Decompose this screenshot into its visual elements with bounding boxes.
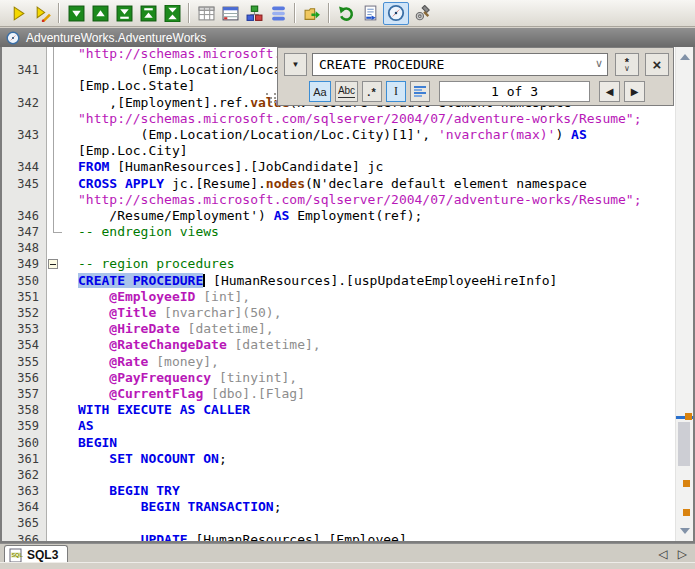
scrollbar-thumb[interactable] [678, 422, 690, 466]
search-match-marker[interactable] [683, 509, 690, 516]
tools-icon [414, 5, 431, 22]
wildcard-menu-button[interactable]: * ∨ [615, 53, 639, 76]
goto-last-statement-button[interactable] [113, 2, 135, 24]
code-text: [Emp.Loc.State] [78, 78, 195, 94]
goto-previous-statement-button[interactable] [89, 2, 111, 24]
fold-marker [47, 532, 78, 541]
line-number: 361 [2, 451, 47, 467]
svg-text:SQL: SQL [11, 552, 23, 558]
code-text: (Emp.Location/Location/Loc.City)[1]', 'n… [78, 127, 587, 143]
search-match-marker[interactable] [683, 480, 690, 487]
fold-marker [47, 321, 78, 337]
group-results-button[interactable] [243, 2, 265, 24]
scroll-tabs-right-button[interactable]: ▷ [678, 547, 687, 561]
resize-grip[interactable] [266, 93, 277, 104]
undo-button[interactable] [335, 2, 357, 24]
code-row: 350CREATE PROCEDURE [HumanResources].[us… [2, 273, 676, 289]
match-case-button[interactable]: Aa [309, 81, 331, 102]
combo-chevron-icon[interactable]: ∨ [595, 57, 603, 70]
code-row: 359AS [2, 418, 676, 434]
line-number [2, 192, 47, 208]
code-row: 363 BEGIN TRY [2, 483, 676, 499]
scroll-tabs-left-button[interactable]: ◁ [659, 547, 668, 561]
triangle-down-icon [680, 528, 690, 534]
vertical-scrollbar[interactable] [675, 47, 693, 541]
line-number: 352 [2, 305, 47, 321]
export-button[interactable] [301, 2, 323, 24]
scroll-down-button[interactable] [676, 524, 693, 538]
line-number: 357 [2, 386, 47, 402]
sql-file-icon: SQL [9, 548, 23, 563]
execute-edit-icon [34, 5, 51, 22]
fold-marker [47, 435, 78, 451]
results-form-button[interactable] [219, 2, 241, 24]
execute-for-editing-button[interactable] [31, 2, 53, 24]
compass-icon [387, 4, 405, 22]
last-statement-icon [116, 5, 133, 22]
scroll-up-button[interactable] [676, 50, 693, 64]
sql-options-button[interactable] [411, 2, 433, 24]
results-grid-button[interactable] [195, 2, 217, 24]
line-number: 355 [2, 354, 47, 370]
fold-marker [47, 289, 78, 305]
stacked-rows-icon [270, 5, 287, 22]
code-row: 361 SET NOCOUNT ON; [2, 451, 676, 467]
line-number: 350 [2, 273, 47, 289]
find-options-dropdown-button[interactable]: ▼ [284, 53, 307, 76]
code-row: 362 [2, 467, 676, 483]
find-previous-button[interactable]: ◀ [599, 81, 620, 102]
fold-toggle[interactable] [47, 256, 78, 272]
first-statement-icon [140, 5, 157, 22]
find-next-button[interactable]: ▶ [624, 81, 645, 102]
code-rows: "http://schemas.microsoft.com/sqlserver/… [2, 47, 676, 541]
toolbar-separator [294, 3, 296, 23]
close-find-button[interactable]: × [645, 53, 669, 76]
code-row: 360BEGIN [2, 435, 676, 451]
code-text: WITH EXECUTE AS CALLER [78, 402, 250, 418]
whole-word-button[interactable]: Abc [335, 81, 358, 102]
code-text: "http://schemas.microsoft.com/sqlserver/… [78, 192, 642, 208]
line-number: 360 [2, 435, 47, 451]
line-number: 362 [2, 467, 47, 483]
line-number: 353 [2, 321, 47, 337]
select-entire-statement-button[interactable] [161, 2, 183, 24]
highlight-all-button[interactable] [410, 81, 430, 102]
goto-next-statement-button[interactable] [65, 2, 87, 24]
fold-marker [47, 337, 78, 353]
goto-first-statement-button[interactable] [137, 2, 159, 24]
line-number: 346 [2, 208, 47, 224]
code-text: -- region procedures [78, 256, 235, 272]
regex-button[interactable]: .* [362, 81, 382, 102]
code-row: 354 @RateChangeDate [datetime], [2, 337, 676, 353]
show-messages-button[interactable] [359, 2, 381, 24]
code-row: "http://schemas.microsoft.com/sqlserver/… [2, 111, 676, 127]
code-row: 357 @CurrentFlag [dbo].[Flag] [2, 386, 676, 402]
code-text: @CurrentFlag [dbo].[Flag] [78, 386, 305, 402]
export-icon [304, 5, 321, 22]
sql-editor[interactable]: "http://schemas.microsoft.com/sqlserver/… [0, 47, 695, 543]
tab-scroll-arrows: ◁ ▷ [659, 545, 687, 562]
search-in-selection-button[interactable]: I [386, 81, 406, 102]
line-number [2, 143, 47, 159]
search-match-marker[interactable] [685, 413, 692, 420]
code-row: 353 @HireDate [datetime], [2, 321, 676, 337]
fold-marker [47, 402, 78, 418]
line-number: 366 [2, 532, 47, 541]
toolbar-separator [188, 3, 190, 23]
fold-marker [47, 354, 78, 370]
line-number: 358 [2, 402, 47, 418]
line-number: 349 [2, 256, 47, 272]
find-input[interactable] [313, 54, 607, 75]
sql-editor-toggle-button[interactable] [383, 2, 409, 25]
execute-button[interactable] [7, 2, 29, 24]
fold-marker [47, 305, 78, 321]
fold-marker [47, 386, 78, 402]
line-number: 351 [2, 289, 47, 305]
stacked-results-button[interactable] [267, 2, 289, 24]
fold-marker [47, 273, 78, 289]
code-row: 348 [2, 240, 676, 256]
fold-marker [47, 127, 78, 143]
search-match-highlight: CREATE PROCEDURE [78, 273, 203, 288]
fold-marker [47, 192, 78, 208]
fold-marker [47, 143, 78, 159]
